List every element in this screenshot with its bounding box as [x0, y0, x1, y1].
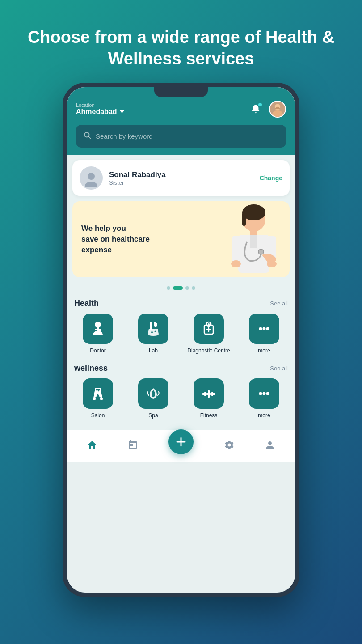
dot-1 [167, 286, 170, 290]
svg-point-33 [208, 323, 210, 325]
nav-profile[interactable] [265, 440, 275, 453]
phone-notch [154, 87, 208, 97]
doctor-label: Doctor [90, 347, 105, 355]
svg-rect-24 [98, 330, 101, 332]
search-placeholder: Search by keyword [96, 132, 153, 140]
spa-label: Spa [148, 412, 158, 419]
diagnostic-icon [194, 314, 224, 344]
home-icon [87, 440, 97, 453]
search-bar-container: Search by keyword [67, 125, 295, 155]
nav-home[interactable] [87, 440, 97, 453]
salon-label: Salon [91, 412, 105, 419]
dot-4 [192, 286, 195, 290]
svg-point-27 [151, 331, 153, 333]
more-wellness-icon [249, 378, 279, 409]
health-see-all-button[interactable]: See all [270, 300, 288, 307]
svg-line-5 [88, 136, 90, 138]
calendar-icon [127, 440, 138, 453]
svg-point-48 [266, 392, 269, 395]
more-health-label: more [258, 347, 270, 355]
location-label: Location [76, 102, 124, 108]
service-more-wellness[interactable]: more [239, 378, 290, 419]
diagnostic-label: Diagnostic Centre [187, 347, 230, 355]
header-actions [248, 101, 286, 118]
health-section-header: Health See all [72, 295, 290, 314]
promo-banner: We help you save on healthcare expense [72, 201, 290, 277]
spa-icon [138, 378, 168, 409]
svg-point-36 [266, 327, 269, 330]
search-icon [83, 131, 91, 141]
phone-screen: Location Ahmedabad [67, 87, 295, 593]
more-health-icon [249, 314, 279, 344]
lab-label: Lab [149, 347, 158, 355]
notification-dot [258, 103, 262, 106]
svg-point-35 [263, 327, 266, 330]
service-lab[interactable]: Lab [128, 314, 179, 355]
svg-rect-30 [156, 322, 157, 323]
doctor-icon [83, 314, 113, 344]
service-salon[interactable]: Salon [72, 378, 123, 419]
svg-rect-43 [211, 392, 213, 396]
svg-point-39 [100, 398, 103, 400]
svg-point-28 [155, 331, 156, 332]
svg-rect-42 [204, 392, 206, 396]
add-fab-button[interactable] [168, 429, 194, 454]
svg-point-34 [259, 327, 262, 330]
location-selector[interactable]: Location Ahmedabad [76, 102, 124, 116]
fitness-icon [194, 378, 224, 409]
nav-appointments[interactable] [127, 440, 138, 453]
svg-point-38 [93, 398, 96, 400]
service-doctor[interactable]: Doctor [72, 314, 123, 355]
service-diagnostic[interactable]: Diagnostic Centre [183, 314, 234, 355]
patient-info: Sonal Rabadiya Sister [109, 170, 253, 186]
avatar[interactable] [269, 101, 286, 118]
banner-dots [72, 283, 290, 295]
phone-mockup: Location Ahmedabad [63, 83, 299, 597]
health-service-grid: Doctor Lab [72, 314, 290, 355]
svg-point-47 [263, 392, 266, 395]
svg-rect-29 [152, 322, 152, 323]
patient-name: Sonal Rabadiya [109, 170, 253, 179]
health-section-title: Health [74, 299, 99, 308]
hero-title: Choose from a wide range of Health & Wel… [0, 0, 362, 83]
side-button-vol-up [63, 159, 63, 181]
lab-icon [138, 314, 168, 344]
settings-icon [224, 440, 235, 453]
profile-icon [265, 440, 275, 453]
svg-point-7 [88, 173, 95, 180]
wellness-see-all-button[interactable]: See all [270, 365, 288, 372]
banner-title: We help you save on healthcare expense [81, 223, 281, 255]
patient-avatar [80, 166, 103, 190]
side-button-vol-down [63, 190, 63, 212]
service-spa[interactable]: Spa [128, 378, 179, 419]
svg-point-46 [259, 392, 262, 395]
bottom-navigation [67, 430, 295, 462]
patient-relation: Sister [109, 179, 253, 186]
wellness-service-grid: Salon Spa [72, 378, 290, 419]
side-button-power [299, 177, 299, 212]
fitness-label: Fitness [200, 412, 218, 419]
dot-3 [185, 286, 189, 290]
salon-icon [83, 378, 113, 409]
svg-rect-45 [208, 390, 210, 398]
dot-2 [173, 286, 183, 290]
location-value: Ahmedabad [76, 108, 124, 116]
wellness-section-title: wellness [74, 364, 108, 373]
service-fitness[interactable]: Fitness [183, 378, 234, 419]
nav-settings[interactable] [224, 440, 235, 453]
service-more-health[interactable]: more [239, 314, 290, 355]
wellness-section-header: wellness See all [72, 360, 290, 378]
patient-card[interactable]: Sonal Rabadiya Sister Change [72, 160, 290, 196]
chevron-down-icon [120, 110, 124, 113]
change-patient-button[interactable]: Change [260, 174, 282, 182]
main-content: Sonal Rabadiya Sister Change We help you… [67, 155, 295, 430]
notification-bell-button[interactable] [248, 101, 264, 117]
search-input[interactable]: Search by keyword [76, 125, 286, 148]
more-wellness-label: more [258, 412, 270, 419]
banner-text: We help you save on healthcare expense [72, 214, 290, 264]
